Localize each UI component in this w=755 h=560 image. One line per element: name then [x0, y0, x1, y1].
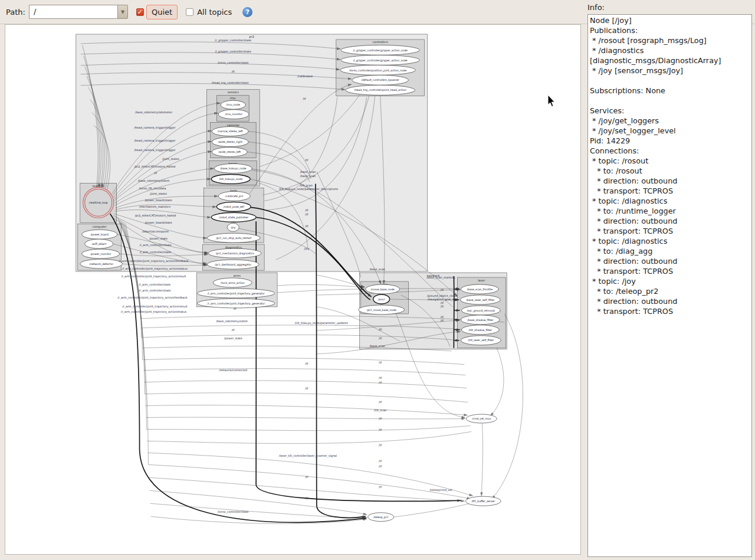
node-base-laser-self-filter[interactable]: /base_laser_self_filter: [460, 295, 500, 304]
edge-topic-label: /tf: [234, 307, 237, 310]
cluster-label: cameras: [227, 123, 240, 127]
edge-topic-label: /tf: [379, 465, 382, 468]
cluster-label: computer: [93, 225, 107, 229]
node-default-controllers-spawner[interactable]: /default_controllers_spawner: [352, 75, 409, 85]
edge-topic-label: /tf: [305, 387, 308, 390]
check-icon: ✓: [137, 8, 143, 16]
node-joy[interactable]: /joy: [227, 223, 239, 231]
edge-topic-label: /torso_controller/state: [218, 510, 249, 514]
path-combobox[interactable]: / ▼: [29, 5, 128, 19]
edge-topic-label: /tf: [441, 305, 444, 308]
node-l-gripper-controller-gripper-action-node[interactable]: /l_gripper_controller/gripper_action_nod…: [341, 55, 420, 65]
node-robot-pose-ekf[interactable]: /robot_pose_ekf: [216, 202, 251, 211]
node-wide-stereo-left[interactable]: /wide_stereo_left: [212, 148, 247, 157]
edge-topic-label: /tf: [232, 70, 235, 73]
edge-topic-label: /network/connected: [219, 369, 247, 372]
node-pr2-mechanism-diagnostics[interactable]: /pr2_mechanism_diagnostics: [208, 248, 261, 258]
node-teleop-pr2[interactable]: /teleop_pr2: [368, 513, 394, 522]
graph-edge: [277, 289, 365, 293]
node-move-base-node[interactable]: /move_base_node: [366, 284, 400, 294]
node-base-hokuyo-node[interactable]: /base_hokuyo_node: [214, 163, 252, 173]
edge-topic-label: /calibrated: [297, 75, 313, 78]
graph-edge: [490, 348, 504, 416]
node-base-shadow-filter[interactable]: /base_shadow_filter: [461, 315, 500, 325]
all-topics-checkbox[interactable]: [186, 8, 193, 16]
node-power-monitor[interactable]: /power_monitor: [82, 249, 120, 258]
graph-edge: [148, 453, 473, 496]
node-label: /amcl: [378, 298, 385, 301]
node-network-detector[interactable]: /network_detector: [80, 259, 123, 268]
cluster-label: arms: [233, 274, 241, 277]
graph-edge: [150, 503, 367, 518]
all-topics-label[interactable]: All topics: [197, 8, 232, 17]
node-r-gripper-controller-gripper-action-node[interactable]: /r_gripper_controller/gripper_action_nod…: [341, 45, 420, 55]
node-power-board[interactable]: /power_board: [82, 230, 117, 239]
node-label: /joy: [231, 226, 235, 229]
graph-edge: [150, 490, 367, 515]
node-tilt-shadow-filter[interactable]: /tilt_shadow_filter: [461, 325, 499, 335]
node-imu-node[interactable]: /imu_node: [221, 100, 245, 109]
edge-topic-label: /ddwrt/accesspoint: [142, 230, 169, 233]
quiet-label[interactable]: Quiet: [146, 5, 178, 19]
edge-topic-label: /tf: [379, 401, 382, 404]
edge-topic-label: /r_arm_controller/joint_trajectory_actio…: [117, 296, 188, 300]
node-narrow-stereo-left[interactable]: /narrow_stereo_left: [212, 127, 248, 136]
edge-topic-label: /tf: [379, 428, 382, 431]
edge-topic-label: /tf: [379, 460, 382, 463]
node-wide-stereo-right[interactable]: /wide_stereo_right: [212, 137, 248, 147]
node-tuck-arms-action[interactable]: /tuck_arms_action: [213, 278, 252, 287]
edge-topic-label: /tf: [379, 337, 382, 340]
node-torso-controller-position-joint-action-node[interactable]: /torso_controller/position_joint_action_…: [340, 65, 416, 75]
node-tf2-buffer-server[interactable]: /tf2_buffer_server: [465, 496, 501, 506]
graph-edge: [277, 284, 365, 287]
node-wifi-ddwrt[interactable]: /wifi_ddwrt: [85, 239, 113, 248]
path-input[interactable]: /: [29, 5, 117, 19]
node-tilt-laser-self-filter[interactable]: /tilt_laser_self_filter: [461, 336, 501, 345]
edge-topic-label: /tf: [441, 302, 444, 304]
cluster-label: controllers: [373, 40, 389, 44]
chevron-down-icon: ▼: [121, 9, 124, 15]
node-calibrate-pr2[interactable]: /calibrate_pr2: [218, 191, 250, 201]
graph-edge: [143, 358, 465, 365]
node-pr2-dashboard-aggregator[interactable]: /pr2_dashboard_aggregator: [207, 260, 259, 269]
graph-edge: [146, 417, 465, 419]
edge-topic-label: /tf: [379, 444, 382, 447]
info-title: Info:: [587, 3, 754, 12]
edge-topic-label: /tf: [305, 497, 308, 500]
node-info-text: Node [/joy] Publications: * /rosout [ros…: [587, 14, 752, 557]
node-pr2-run-stop-auto-restart[interactable]: /pr2_run_stop_auto_restart: [207, 233, 260, 243]
edge-topic-label: /tf: [232, 329, 235, 332]
info-panel: Info: Node [/joy] Publications: * /rosou…: [587, 0, 754, 560]
help-icon[interactable]: ?: [242, 7, 252, 17]
edge-topic-label: /tf: [305, 209, 308, 212]
edge-topic-label: /joy: [304, 247, 310, 250]
graph-edge: [147, 431, 472, 443]
node-base-scan-throttle[interactable]: /base_scan_throttle: [461, 284, 498, 294]
edge-topic-label: /tf: [379, 486, 382, 489]
edge-topic-label: /tf: [379, 328, 382, 331]
node-tilt-hokuyo-node[interactable]: /tilt_hokuyo_node: [211, 174, 250, 184]
edge-topic-label: /tf: [303, 97, 306, 100]
graph-canvas[interactable]: pr2controllerssensorsimucameraslaserstoo…: [5, 24, 581, 555]
edge-topic-label: /tf: [305, 159, 308, 162]
node-amcl[interactable]: /amcl: [373, 294, 390, 304]
node-r-arm-controller-joint-trajectory-generator[interactable]: /r_arm_controller/joint_trajectory_gener…: [197, 299, 275, 308]
path-label: Path:: [6, 8, 25, 17]
edge-topic-label: /tf: [379, 361, 382, 364]
node-l-arm-controller-joint-trajectory-generator[interactable]: /l_arm_controller/joint_trajectory_gener…: [197, 289, 275, 298]
node-pr2-move-base-node[interactable]: /pr2_move_base_node: [359, 305, 405, 315]
graph-edge: [149, 464, 471, 499]
cluster-label: sensors: [228, 90, 239, 94]
edge-topic-label: /tilt_scan: [374, 409, 386, 412]
edge-topic-label: /tf: [379, 376, 382, 379]
quiet-checkbox[interactable]: ✓: [136, 8, 144, 16]
node-head-traj-controller-point-head-action[interactable]: /head_traj_controller/point_head_action: [346, 85, 415, 95]
edge-topic-label: /laser_tilt_controller/laser_scanner_sig…: [279, 454, 337, 458]
path-dropdown-button[interactable]: ▼: [117, 5, 128, 19]
node-imu-monitor[interactable]: /imu_monitor: [218, 110, 249, 119]
node-cmd-vel-mux[interactable]: /cmd_vel_mux: [466, 414, 497, 423]
node-graph[interactable]: pr2controllerssensorsimucameraslaserstoo…: [5, 25, 580, 554]
node-robot-state-publisher[interactable]: /robot_state_publisher: [211, 212, 256, 222]
edge-topic-label: /r_arm_controller/joint_trajectory_actio…: [122, 305, 187, 309]
node-sac-ground-removal[interactable]: /sac_ground_removal: [461, 306, 500, 315]
